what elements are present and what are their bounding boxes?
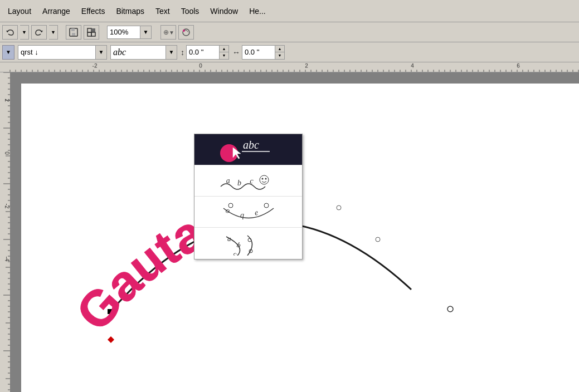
spin-field-2: ↔ ▲ ▼: [232, 45, 285, 60]
spin1-input[interactable]: [186, 45, 220, 60]
svg-text:⊕: ⊕: [163, 28, 169, 36]
svg-text:b: b: [235, 241, 242, 249]
svg-text:b: b: [237, 179, 241, 187]
menu-tools[interactable]: Tools: [176, 4, 205, 18]
font-dropdown-arrow[interactable]: ▼: [96, 45, 107, 60]
spin2-arrows: ▲ ▼: [275, 45, 285, 60]
toolbar2: ▼ ▼ ▼ ↕ ▲ ▼ ↔ ▲ ▼: [0, 42, 579, 62]
svg-point-16: [376, 237, 380, 242]
zoom-input[interactable]: [107, 26, 140, 39]
svg-text:q: q: [240, 211, 244, 219]
text-path-dropdown[interactable]: abc a b c: [194, 134, 303, 259]
ruler-h-canvas: [0, 62, 579, 72]
svg-rect-4: [72, 33, 75, 36]
zoom-dropdown-arrow[interactable]: ▼: [140, 26, 152, 39]
menu-bar: Layout Arrange Effects Bitmaps Text Tool…: [0, 0, 579, 22]
svg-text:a: a: [227, 234, 231, 243]
svg-point-15: [337, 205, 341, 210]
spin2-down[interactable]: ▼: [275, 52, 284, 59]
dropdown-icon-arc-skew: a b c: [215, 231, 282, 256]
dropdown-item-arc-bottom[interactable]: o q e: [194, 197, 302, 228]
menu-text[interactable]: Text: [150, 4, 176, 18]
undo-button[interactable]: [2, 25, 18, 40]
spin2-label: ↔: [232, 48, 240, 57]
toolbar2-chevron[interactable]: ▼: [2, 45, 14, 60]
svg-point-32: [264, 203, 269, 208]
svg-text:▼: ▼: [169, 30, 174, 36]
select-button[interactable]: [84, 25, 99, 40]
svg-rect-6: [91, 28, 95, 32]
zoom-combo: ▼: [107, 26, 152, 39]
toolbar1: ▼ ▼ ▼ ⊕▼: [0, 22, 579, 42]
menu-help[interactable]: He...: [244, 4, 271, 18]
svg-text:c: c: [249, 177, 254, 185]
dropdown-icon-wave: a b c: [215, 169, 282, 193]
canvas-area: GautaB abc: [10, 72, 579, 392]
redo-button[interactable]: [31, 25, 47, 40]
dropdown-icon-arc-bottom: o q e: [215, 200, 282, 224]
spin2-input[interactable]: [242, 45, 275, 60]
transform-btn1[interactable]: ⊕▼: [160, 25, 176, 40]
save-button[interactable]: [66, 25, 81, 40]
svg-point-37: [249, 249, 252, 253]
svg-rect-5: [87, 28, 91, 32]
curved-text-svg: GautaB: [77, 100, 551, 379]
svg-point-27: [265, 178, 266, 179]
svg-point-31: [228, 203, 233, 208]
spin2-up[interactable]: ▲: [275, 46, 284, 52]
dropdown-item-straight[interactable]: abc: [194, 134, 302, 165]
dropdown-item-arc-skew[interactable]: a b c: [194, 228, 302, 259]
svg-point-26: [261, 178, 263, 179]
svg-rect-7: [87, 32, 91, 36]
svg-point-36: [248, 238, 251, 242]
menu-arrange[interactable]: Arrange: [37, 4, 76, 18]
spin1-label: ↕: [181, 48, 184, 57]
ruler-vertical: [0, 72, 10, 392]
transform-btn2[interactable]: [178, 25, 194, 40]
text-path-dropdown-arrow[interactable]: ▼: [166, 45, 177, 60]
menu-bitmaps[interactable]: Bitmaps: [110, 4, 150, 18]
text-path-input[interactable]: [110, 45, 166, 60]
svg-rect-8: [91, 32, 95, 36]
font-combo: ▼: [18, 45, 107, 60]
svg-text:abc: abc: [243, 139, 259, 151]
main-area: GautaB abc: [0, 72, 579, 392]
ruler-v-canvas: [0, 72, 10, 392]
ruler-horizontal: [0, 62, 579, 72]
end-handle: [447, 306, 453, 312]
font-input[interactable]: [18, 45, 96, 60]
dropdown-item-wave[interactable]: a b c: [194, 165, 302, 197]
svg-rect-3: [71, 28, 75, 31]
dropdown-icon-straight: abc: [215, 138, 282, 162]
svg-text:a: a: [225, 176, 230, 185]
spin1-arrows: ▲ ▼: [220, 45, 229, 60]
spin1-up[interactable]: ▲: [220, 46, 228, 52]
menu-effects[interactable]: Effects: [76, 4, 111, 18]
menu-window[interactable]: Window: [205, 4, 244, 18]
menu-layout[interactable]: Layout: [2, 4, 37, 18]
svg-point-25: [260, 175, 269, 184]
spin-field-1: ↕ ▲ ▼: [181, 45, 229, 60]
undo-arrow[interactable]: ▼: [20, 25, 29, 40]
redo-arrow[interactable]: ▼: [49, 25, 58, 40]
text-path-combo: ▼: [110, 45, 177, 60]
spin1-down[interactable]: ▼: [220, 52, 228, 59]
